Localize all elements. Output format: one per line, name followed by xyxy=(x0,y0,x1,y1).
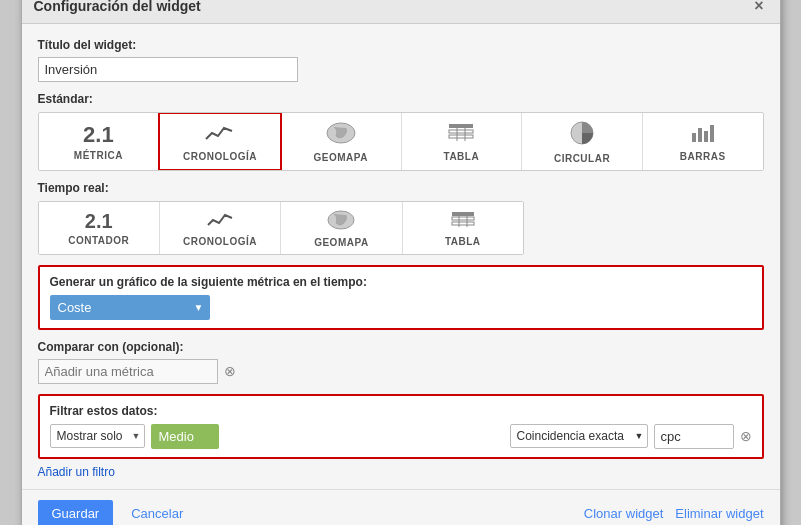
close-button[interactable]: × xyxy=(750,0,767,15)
chart-type-cronologia[interactable]: CRONOLOGÍA xyxy=(158,112,282,171)
footer-right: Clonar widget Eliminar widget xyxy=(584,506,764,521)
rt-tabla[interactable]: TABLA xyxy=(403,202,523,254)
rt-cronologia[interactable]: CRONOLOGÍA xyxy=(160,202,281,254)
svg-rect-14 xyxy=(452,222,474,225)
widget-title-label: Título del widget: xyxy=(38,38,764,52)
filter-dimension-select[interactable]: Medio xyxy=(151,424,219,449)
filter-remove-button[interactable]: ⊗ xyxy=(740,428,752,444)
add-filter-link[interactable]: Añadir un filtro xyxy=(38,465,115,479)
metric-dropdown[interactable]: Coste Clics Impresiones CTR xyxy=(50,295,210,320)
widget-title-input[interactable] xyxy=(38,57,298,82)
dialog-body: Título del widget: Estándar: 2.1 MÉTRICA… xyxy=(22,24,780,489)
rt-contador-label: CONTADOR xyxy=(68,235,129,246)
chart-type-geomapa[interactable]: GEOMAPA xyxy=(281,113,402,170)
svg-rect-1 xyxy=(449,124,473,128)
chart-type-geomapa-label: GEOMAPA xyxy=(313,152,367,163)
compare-remove-button[interactable]: ⊗ xyxy=(224,363,236,379)
svg-rect-12 xyxy=(452,212,474,216)
chart-type-tabla[interactable]: TABLA xyxy=(402,113,523,170)
filter-show-wrapper: Mostrar solo xyxy=(50,424,145,448)
dialog-title: Configuración del widget xyxy=(34,0,201,14)
cancel-button[interactable]: Cancelar xyxy=(121,500,193,526)
compare-row: ⊗ xyxy=(38,359,764,384)
filter-show-select[interactable]: Mostrar solo xyxy=(50,424,145,448)
filter-value-input[interactable] xyxy=(654,424,734,449)
chart-type-tabla-label: TABLA xyxy=(444,151,480,162)
filter-dimension-wrapper: Medio xyxy=(151,424,504,449)
filter-match-wrapper: Coincidencia exacta Contiene No contiene xyxy=(510,424,648,448)
chart-type-circular-label: CIRCULAR xyxy=(554,153,610,164)
rt-table-icon xyxy=(451,211,475,232)
metric-dropdown-wrapper: Coste Clics Impresiones CTR xyxy=(50,295,210,320)
compare-metric-input[interactable] xyxy=(38,359,218,384)
footer-left: Guardar Cancelar xyxy=(38,500,194,526)
filter-row: Mostrar solo Medio Coincidencia exacta C… xyxy=(50,424,752,449)
number-icon: 2.1 xyxy=(83,124,114,146)
dialog-footer: Guardar Cancelar Clonar widget Eliminar … xyxy=(22,489,780,526)
metric-highlight-box: Generar un gráfico de la siguiente métri… xyxy=(38,265,764,330)
rt-geomapa-label: GEOMAPA xyxy=(314,237,368,248)
realtime-chart-type-group: 2.1 CONTADOR CRONOLOGÍA GEO xyxy=(38,201,524,255)
delete-widget-button[interactable]: Eliminar widget xyxy=(675,506,763,521)
timeline-icon xyxy=(204,123,236,147)
svg-rect-13 xyxy=(452,217,474,220)
compare-section: Comparar con (opcional): ⊗ xyxy=(38,340,764,384)
chart-type-metrica-label: MÉTRICA xyxy=(74,150,123,161)
svg-rect-10 xyxy=(710,125,714,142)
svg-rect-7 xyxy=(692,133,696,142)
rt-map-icon xyxy=(327,210,355,233)
save-button[interactable]: Guardar xyxy=(38,500,114,526)
svg-rect-2 xyxy=(449,130,473,133)
table-icon xyxy=(448,123,474,147)
rt-geomapa[interactable]: GEOMAPA xyxy=(281,202,402,254)
filter-highlight-box: Filtrar estos datos: Mostrar solo Medio … xyxy=(38,394,764,459)
standard-chart-type-group: 2.1 MÉTRICA CRONOLOGÍA GEOM xyxy=(38,112,764,171)
dialog-title-bar: Configuración del widget × xyxy=(22,0,780,24)
compare-label: Comparar con (opcional): xyxy=(38,340,764,354)
svg-rect-3 xyxy=(449,135,473,138)
svg-rect-9 xyxy=(704,131,708,142)
rt-tabla-label: TABLA xyxy=(445,236,481,247)
rt-number-icon: 2.1 xyxy=(85,211,113,231)
chart-type-barras-label: BARRAS xyxy=(680,151,726,162)
filter-match-select[interactable]: Coincidencia exacta Contiene No contiene xyxy=(510,424,648,448)
bar-icon xyxy=(691,123,715,147)
rt-cronologia-label: CRONOLOGÍA xyxy=(183,236,257,247)
pie-icon xyxy=(570,121,594,149)
rt-timeline-icon xyxy=(206,211,234,232)
map-icon xyxy=(326,122,356,148)
chart-type-metrica[interactable]: 2.1 MÉTRICA xyxy=(39,113,160,170)
rt-contador[interactable]: 2.1 CONTADOR xyxy=(39,202,160,254)
chart-type-circular[interactable]: CIRCULAR xyxy=(522,113,643,170)
chart-type-barras[interactable]: BARRAS xyxy=(643,113,763,170)
clone-widget-button[interactable]: Clonar widget xyxy=(584,506,664,521)
metric-section-label: Generar un gráfico de la siguiente métri… xyxy=(50,275,752,289)
widget-config-dialog: Configuración del widget × Título del wi… xyxy=(21,0,781,525)
realtime-section-label: Tiempo real: xyxy=(38,181,764,195)
svg-rect-8 xyxy=(698,128,702,142)
standard-section-label: Estándar: xyxy=(38,92,764,106)
chart-type-cronologia-label: CRONOLOGÍA xyxy=(183,151,257,162)
filter-section-label: Filtrar estos datos: xyxy=(50,404,752,418)
